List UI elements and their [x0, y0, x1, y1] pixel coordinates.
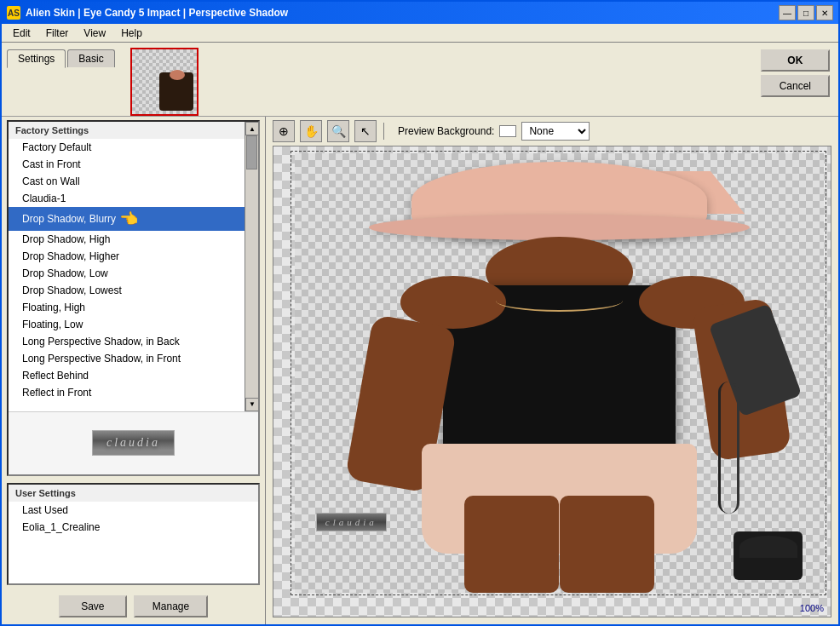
manage-button[interactable]: Manage — [134, 595, 208, 617]
list-item-reflect-front[interactable]: Reflect in Front — [9, 384, 245, 401]
settings-list-container: Factory Settings Factory Default Cast in… — [7, 120, 260, 476]
action-buttons: OK Cancel — [757, 46, 833, 101]
list-item-cast-on-wall[interactable]: Cast on Wall — [9, 173, 245, 190]
menu-edit[interactable]: Edit — [5, 25, 38, 42]
zoom-in-tool[interactable]: ⊕ — [273, 120, 295, 142]
bottom-buttons: Save Manage — [2, 589, 265, 624]
shadow-text-preview: claudia — [92, 430, 175, 456]
list-item-reflect-behind[interactable]: Reflect Behind — [9, 367, 245, 384]
thumb-hat — [170, 70, 185, 80]
list-item-drop-shadow-low[interactable]: Drop Shadow, Low — [9, 265, 245, 282]
pan-icon: ✋ — [304, 124, 319, 138]
list-item-floating-high[interactable]: Floating, High — [9, 299, 245, 316]
user-settings-section: User Settings Last Used Eolia_1_Crealine — [7, 483, 260, 585]
zoom-indicator: 100% — [800, 603, 824, 613]
left-leg — [464, 496, 560, 593]
menu-bar: Edit Filter View Help — [2, 24, 838, 43]
list-item-floating-low[interactable]: Floating, Low — [9, 316, 245, 333]
scroll-down-button[interactable]: ▼ — [245, 398, 259, 411]
minimize-button[interactable]: — — [779, 5, 796, 20]
shadow-text-label: claudia — [106, 436, 160, 449]
app-icon: AS — [7, 6, 20, 20]
ok-button[interactable]: OK — [761, 49, 830, 72]
preview-bg-swatch — [499, 125, 516, 137]
preview-image: claudia — [295, 153, 824, 593]
user-settings-header: User Settings — [9, 485, 258, 502]
cancel-button[interactable]: Cancel — [761, 75, 830, 97]
preview-controls-row: ⊕ ✋ 🔍 ↖ Preview Background: None — [266, 117, 838, 146]
pan-tool[interactable]: ✋ — [300, 120, 322, 142]
necklace — [496, 290, 623, 312]
preview-bg-dropdown[interactable]: None — [521, 122, 590, 141]
list-item-drop-shadow-lowest[interactable]: Drop Shadow, Lowest — [9, 282, 245, 299]
window-title: Alien Skin | Eye Candy 5 Impact | Perspe… — [26, 7, 288, 19]
list-item-drop-shadow-blurry[interactable]: Drop Shadow, Blurry 👈 — [9, 207, 245, 231]
zoom-in-icon: ⊕ — [279, 124, 289, 138]
settings-scrollbar[interactable]: ▲ ▼ — [245, 122, 258, 411]
phone-cord — [718, 382, 739, 514]
tab-basic[interactable]: Basic — [67, 49, 114, 67]
shadow-watermark-text: claudia — [325, 517, 377, 527]
factory-settings-header: Factory Settings — [9, 122, 245, 139]
zoom-out-tool[interactable]: 🔍 — [327, 120, 349, 142]
shadow-preview-panel: claudia — [9, 411, 258, 474]
title-bar: AS Alien Skin | Eye Candy 5 Impact | Per… — [2, 2, 838, 24]
zoom-out-icon: 🔍 — [331, 124, 346, 138]
list-item-factory-default[interactable]: Factory Default — [9, 139, 245, 156]
list-item-drop-shadow-higher[interactable]: Drop Shadow, Higher — [9, 248, 245, 265]
user-settings-last-used[interactable]: Last Used — [9, 502, 258, 519]
preview-canvas[interactable]: claudia 100% — [273, 146, 831, 617]
list-with-scroll: Factory Settings Factory Default Cast in… — [9, 122, 258, 411]
select-tool[interactable]: ↖ — [354, 120, 377, 142]
left-panel: Factory Settings Factory Default Cast in… — [2, 117, 266, 624]
settings-list[interactable]: Factory Settings Factory Default Cast in… — [9, 122, 245, 411]
preview-thumbnail-wrapper — [130, 48, 198, 116]
right-panel: ⊕ ✋ 🔍 ↖ Preview Background: None — [266, 117, 838, 624]
tab-bar: Settings Basic — [7, 49, 115, 67]
right-leg — [560, 496, 655, 593]
list-item-long-persp-back[interactable]: Long Perspective Shadow, in Back — [9, 333, 245, 350]
list-item-cast-in-front[interactable]: Cast in Front — [9, 156, 245, 173]
selection-pointer-icon: 👈 — [119, 210, 138, 228]
scroll-up-button[interactable]: ▲ — [245, 122, 259, 135]
title-bar-left: AS Alien Skin | Eye Candy 5 Impact | Per… — [7, 6, 288, 20]
list-item-long-persp-front[interactable]: Long Perspective Shadow, in Front — [9, 350, 245, 367]
title-bar-buttons: — □ ✕ — [779, 5, 833, 20]
close-button[interactable]: ✕ — [816, 5, 833, 20]
select-icon: ↖ — [360, 124, 371, 138]
content-area: Factory Settings Factory Default Cast in… — [2, 117, 838, 624]
list-item-claudia[interactable]: Claudia-1 — [9, 190, 245, 207]
menu-filter[interactable]: Filter — [38, 25, 77, 42]
main-window: AS Alien Skin | Eye Candy 5 Impact | Per… — [0, 0, 840, 626]
user-settings-eolia[interactable]: Eolia_1_Crealine — [9, 519, 258, 536]
tool-separator — [383, 123, 384, 140]
save-button[interactable]: Save — [59, 595, 127, 617]
list-item-drop-shadow-high[interactable]: Drop Shadow, High — [9, 231, 245, 248]
scroll-track — [245, 135, 258, 398]
telephone-receiver — [739, 536, 797, 558]
scroll-thumb[interactable] — [246, 135, 257, 169]
maximize-button[interactable]: □ — [797, 5, 814, 20]
app-icon-text: AS — [8, 9, 20, 18]
preview-thumbnail — [130, 48, 198, 116]
preview-bg-label: Preview Background: — [398, 125, 494, 137]
menu-help[interactable]: Help — [113, 25, 150, 42]
tab-settings[interactable]: Settings — [7, 49, 66, 68]
shadow-watermark: claudia — [316, 513, 387, 531]
menu-view[interactable]: View — [76, 25, 113, 42]
